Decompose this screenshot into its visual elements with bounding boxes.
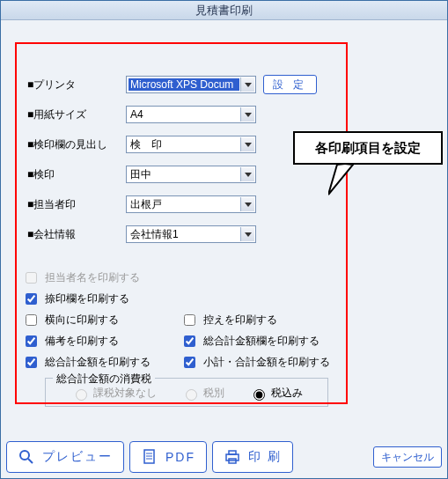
stamp-header-label: ■検印欄の見出し xyxy=(27,137,126,152)
chk-print-total-box[interactable]: 総合計金額欄を印刷する xyxy=(180,333,339,350)
radio-tax-excl: 税別 xyxy=(181,386,224,401)
paper-label: ■用紙サイズ xyxy=(27,107,126,122)
chevron-down-icon[interactable] xyxy=(240,167,254,181)
chk-print-person-name-label: 担当者名を印刷する xyxy=(45,270,140,285)
chk-print-total[interactable]: 総合計金額を印刷する xyxy=(22,354,180,371)
tax-legend: 総合計金額の消費税 xyxy=(53,372,155,387)
callout-text: 各印刷項目を設定 xyxy=(315,140,421,157)
paper-value: A4 xyxy=(130,108,143,121)
radio-tax-incl[interactable]: 税込み xyxy=(249,386,303,401)
radio-tax-excl-label: 税別 xyxy=(203,386,224,401)
stamp-header-value: 検 印 xyxy=(130,137,162,152)
settings-form: ■プリンタ Microsoft XPS Docum 設 定 ■用紙サイズ A4 … xyxy=(27,73,335,253)
chk-landscape[interactable]: 横向に印刷する xyxy=(22,312,180,328)
chk-landscape-input[interactable] xyxy=(26,314,37,326)
company-info-label: ■会社情報 xyxy=(27,227,126,242)
svg-rect-8 xyxy=(226,454,239,461)
paper-select[interactable]: A4 xyxy=(126,106,256,123)
magnifier-icon xyxy=(18,448,35,466)
footer-buttons: プレビュー PDF 印 刷 キャンセル xyxy=(6,441,442,473)
svg-rect-9 xyxy=(229,451,236,454)
cancel-button[interactable]: キャンセル xyxy=(373,446,442,468)
printer-select[interactable]: Microsoft XPS Docum xyxy=(126,76,256,93)
window-title: 見積書印刷 xyxy=(1,1,447,20)
radio-tax-excl-input xyxy=(186,389,197,401)
client-area: ■プリンタ Microsoft XPS Docum 設 定 ■用紙サイズ A4 … xyxy=(1,20,447,478)
chk-landscape-label: 横向に印刷する xyxy=(45,313,119,328)
radio-tax-none-input xyxy=(76,389,87,401)
chk-print-stamp-box[interactable]: 捺印欄を印刷する xyxy=(22,291,189,307)
svg-marker-0 xyxy=(328,165,353,195)
pdf-button[interactable]: PDF xyxy=(129,441,207,473)
printer-settings-button[interactable]: 設 定 xyxy=(263,75,317,94)
radio-tax-none: 課税対象なし xyxy=(71,386,157,401)
chevron-down-icon[interactable] xyxy=(240,107,254,122)
document-icon xyxy=(141,448,158,466)
radio-tax-incl-input[interactable] xyxy=(253,389,265,401)
chevron-down-icon[interactable] xyxy=(240,77,254,92)
chk-print-total-input[interactable] xyxy=(26,357,37,368)
company-info-value: 会社情報1 xyxy=(130,227,179,242)
chk-print-subtotal-input[interactable] xyxy=(184,357,195,368)
chevron-down-icon[interactable] xyxy=(240,137,254,151)
pdf-label: PDF xyxy=(165,450,195,464)
tax-group: 総合計金額の消費税 課税対象なし 税別 税込み xyxy=(45,378,328,407)
stamp-select[interactable]: 田中 xyxy=(126,166,256,183)
printer-value: Microsoft XPS Docum xyxy=(130,78,233,91)
person-stamp-label: ■担当者印 xyxy=(27,197,126,212)
radio-tax-incl-label: 税込み xyxy=(271,386,303,401)
callout-box: 各印刷項目を設定 xyxy=(293,131,443,165)
printer-icon xyxy=(224,448,241,466)
svg-point-2 xyxy=(20,451,29,460)
chk-print-notes[interactable]: 備考を印刷する xyxy=(22,333,180,350)
chk-print-stamp-box-input[interactable] xyxy=(26,293,37,305)
chk-print-total-label: 総合計金額を印刷する xyxy=(45,355,151,370)
stamp-value: 田中 xyxy=(130,167,151,182)
person-stamp-value: 出根戸 xyxy=(130,197,162,212)
chk-print-person-name: 担当者名を印刷する xyxy=(22,269,189,286)
chk-print-notes-label: 備考を印刷する xyxy=(45,334,119,349)
svg-line-3 xyxy=(28,459,33,463)
chk-print-notes-input[interactable] xyxy=(26,335,37,347)
dialog-window: 見積書印刷 ■プリンタ Microsoft XPS Docum 設 定 ■用紙サ… xyxy=(0,0,448,479)
options-area: 担当者名を印刷する 捺印欄を印刷する 横向に印刷する 控えを印刷する xyxy=(22,267,339,407)
preview-button[interactable]: プレビュー xyxy=(6,441,124,473)
chk-print-copy[interactable]: 控えを印刷する xyxy=(180,312,339,328)
chk-print-stamp-box-label: 捺印欄を印刷する xyxy=(45,291,129,306)
printer-label: ■プリンタ xyxy=(27,77,126,92)
chk-print-subtotal[interactable]: 小計・合計金額を印刷する xyxy=(180,354,339,371)
person-stamp-select[interactable]: 出根戸 xyxy=(126,195,256,213)
stamp-header-select[interactable]: 検 印 xyxy=(126,136,256,153)
chk-print-copy-label: 控えを印刷する xyxy=(203,313,277,328)
chk-print-subtotal-label: 小計・合計金額を印刷する xyxy=(203,355,330,370)
print-button[interactable]: 印 刷 xyxy=(212,441,293,473)
chevron-down-icon[interactable] xyxy=(240,197,254,211)
chk-print-copy-input[interactable] xyxy=(184,314,195,326)
preview-label: プレビュー xyxy=(42,449,113,465)
chevron-down-icon[interactable] xyxy=(240,227,254,241)
stamp-label: ■検印 xyxy=(27,167,126,182)
chk-print-total-box-input[interactable] xyxy=(184,335,195,347)
radio-tax-none-label: 課税対象なし xyxy=(93,386,157,401)
chk-print-total-box-label: 総合計金額欄を印刷する xyxy=(203,334,319,349)
print-label: 印 刷 xyxy=(248,449,282,465)
chk-print-person-name-input xyxy=(26,272,37,284)
company-info-select[interactable]: 会社情報1 xyxy=(126,225,256,243)
